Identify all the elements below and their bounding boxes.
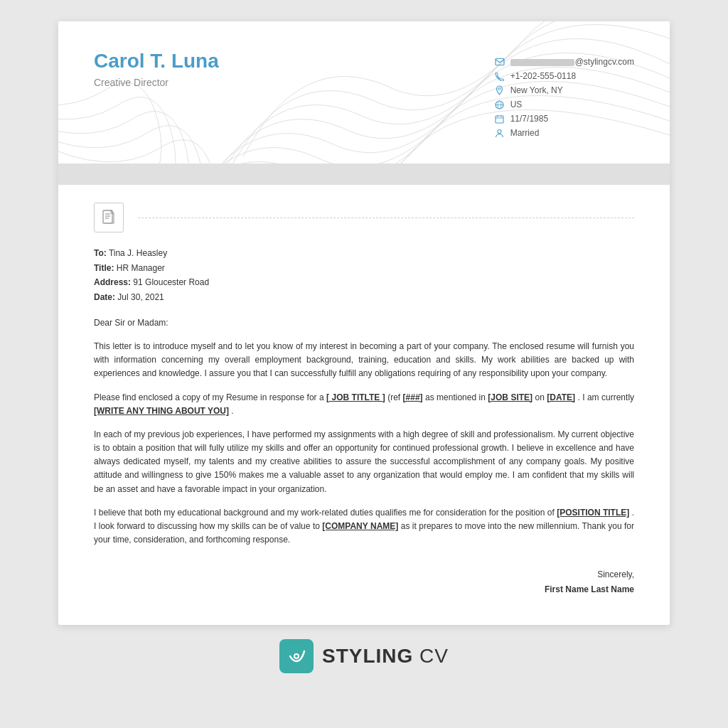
country-value: US: [510, 100, 523, 109]
contact-email: @stylingcv.com: [495, 57, 634, 67]
location-value: New York, NY: [510, 85, 563, 95]
gray-banner: [58, 164, 670, 185]
letter-body: To: Tina J. Heasley Title: HR Manager Ad…: [58, 240, 670, 625]
date-placeholder: [DATE]: [547, 392, 575, 402]
birthdate-value: 11/7/1985: [510, 114, 548, 124]
header-left: Carol T. Luna Creative Director: [94, 50, 219, 88]
paragraph-3: In each of my previous job experiences, …: [94, 428, 634, 496]
dashed-divider: [138, 218, 634, 218]
paragraph-4: I believe that both my educational backg…: [94, 506, 634, 547]
svg-rect-0: [496, 59, 504, 65]
paragraph-1: This letter is to introduce myself and t…: [94, 340, 634, 381]
email-value: @stylingcv.com: [510, 57, 634, 67]
person-icon: [495, 128, 505, 138]
closing: Sincerely, First Name Last Name: [94, 568, 634, 596]
brand-logo: [279, 639, 314, 673]
date-line: Date: Jul 30, 2021: [94, 291, 634, 304]
phone-icon: [495, 71, 505, 81]
paragraph-2: Please find enclosed a copy of my Resume…: [94, 391, 634, 418]
globe-icon: [495, 100, 505, 109]
contact-birthdate: 11/7/1985: [495, 114, 634, 124]
email-icon: [495, 57, 505, 67]
header-section: .tline { fill: none; stroke: #d8d8d8; st…: [58, 21, 670, 164]
svg-point-1: [498, 88, 500, 90]
contact-status: Married: [495, 128, 634, 138]
doc-icon: [102, 210, 116, 225]
status-value: Married: [510, 128, 540, 138]
job-title-placeholder: [ JOB TITLTE ]: [326, 392, 385, 402]
write-placeholder: [WRITE ANY THING ABOUT YOU]: [94, 406, 229, 416]
footer-branding: STYLING CV: [279, 625, 449, 680]
svg-point-14: [294, 654, 299, 658]
calendar-icon: [495, 114, 505, 124]
contact-country: US: [495, 100, 634, 109]
header-right: @stylingcv.com +1-202-555-0118: [495, 50, 634, 138]
document-wrapper: .tline { fill: none; stroke: #d8d8d8; st…: [58, 21, 670, 625]
company-placeholder: [COMPANY NAME]: [322, 521, 398, 531]
svg-point-9: [498, 129, 501, 133]
closing-name: First Name Last Name: [94, 583, 634, 596]
address-line: Address: 91 Gloucester Road: [94, 276, 634, 289]
to-line: To: Tina J. Heasley: [94, 247, 634, 260]
closing-word: Sincerely,: [94, 568, 634, 582]
salutation: Dear Sir or Madam:: [94, 316, 634, 330]
person-title: Creative Director: [94, 77, 219, 88]
location-icon: [495, 85, 505, 95]
brand-logo-icon: [286, 646, 307, 667]
ref-placeholder: [###]: [403, 392, 423, 402]
title-line: Title: HR Manager: [94, 262, 634, 275]
contact-phone: +1-202-555-0118: [495, 71, 634, 81]
document-icon-box: [94, 203, 124, 232]
job-site-placeholder: [JOB SITE]: [488, 392, 532, 402]
header-content: Carol T. Luna Creative Director @styling…: [58, 21, 670, 159]
brand-name: STYLING CV: [322, 645, 449, 668]
address-block: To: Tina J. Heasley Title: HR Manager Ad…: [94, 247, 634, 304]
contact-location: New York, NY: [495, 85, 634, 95]
person-name: Carol T. Luna: [94, 50, 219, 73]
section-divider: [58, 185, 670, 240]
position-placeholder: [POSITION TITLE]: [557, 508, 629, 518]
svg-rect-5: [496, 116, 503, 123]
phone-value: +1-202-555-0118: [510, 71, 576, 81]
